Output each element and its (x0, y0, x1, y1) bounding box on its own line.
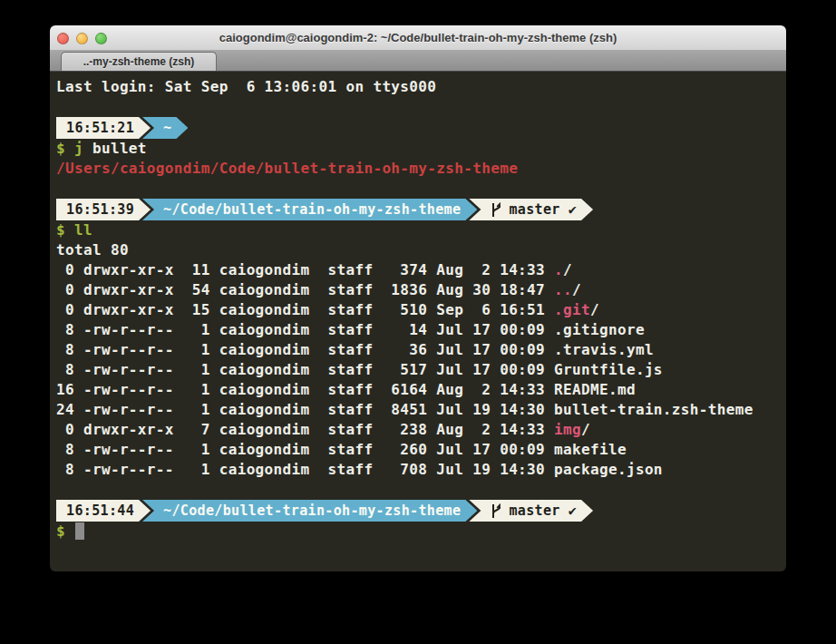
blank-line (56, 179, 781, 199)
file-name: bullet-train.zsh-theme (554, 401, 753, 418)
prompt-time-segment: 16:51:39 (56, 199, 151, 220)
zoom-button[interactable] (95, 33, 107, 44)
prompt-symbol: $ (56, 140, 74, 157)
ls-listing: 0 drwxr-xr-x 11 caiogondim staff 374 Aug… (56, 260, 781, 480)
file-meta: 8 -rw-r--r-- 1 caiogondim staff 14 Jul 1… (56, 321, 554, 338)
ls-row: 8 -rw-r--r-- 1 caiogondim staff 14 Jul 1… (56, 320, 781, 340)
file-name: img (554, 421, 581, 438)
blank-line (56, 480, 781, 500)
file-meta: 8 -rw-r--r-- 1 caiogondim staff 36 Jul 1… (56, 341, 554, 358)
command-text: j (74, 140, 83, 157)
prompt-git-segment: master✔ (465, 500, 593, 522)
git-clean-check-icon: ✔ (569, 200, 577, 220)
dir-slash: / (590, 301, 599, 318)
terminal-window: caiogondim@caiogondim-2: ~/Code/bullet-t… (50, 25, 786, 571)
prompt-symbol: $ (56, 522, 74, 540)
prompt-time: 16:51:21 (66, 118, 134, 138)
last-login-line: Last login: Sat Sep 6 13:06:01 on ttys00… (56, 77, 781, 97)
prompt-bar-2: 16:51:39 ~/Code/bullet-train-oh-my-zsh-t… (56, 199, 781, 220)
ls-row: 0 drwxr-xr-x 54 caiogondim staff 1836 Au… (56, 280, 781, 300)
prompt-time: 16:51:44 (66, 501, 134, 521)
ls-row: 16 -rw-r--r-- 1 caiogondim staff 6164 Au… (56, 380, 781, 400)
ls-total-line: total 80 (56, 240, 781, 260)
prompt-git-segment: master✔ (465, 199, 593, 220)
file-name: package.json (554, 461, 663, 478)
git-branch-name: master (509, 501, 559, 521)
ls-row: 8 -rw-r--r-- 1 caiogondim staff 260 Jul … (56, 440, 781, 460)
file-meta: 0 drwxr-xr-x 11 caiogondim staff 374 Aug… (56, 261, 554, 278)
file-name: .git (554, 301, 590, 318)
command-args: bullet (83, 140, 147, 157)
prompt-symbol: $ (56, 221, 74, 239)
prompt-path: ~/Code/bullet-train-oh-my-zsh-theme (163, 501, 461, 521)
window-title: caiogondim@caiogondim-2: ~/Code/bullet-t… (219, 31, 617, 44)
current-command-line[interactable]: $ (56, 522, 781, 542)
file-name: makefile (554, 441, 627, 458)
prompt-time-segment: 16:51:44 (56, 500, 151, 522)
file-meta: 8 -rw-r--r-- 1 caiogondim staff 708 Jul … (56, 461, 554, 478)
command-line: $ ll (56, 220, 781, 240)
terminal-screen[interactable]: Last login: Sat Sep 6 13:06:01 on ttys00… (50, 72, 786, 571)
ls-row: 24 -rw-r--r-- 1 caiogondim staff 8451 Ju… (56, 400, 781, 420)
git-branch-icon (490, 201, 503, 219)
ls-row: 8 -rw-r--r-- 1 caiogondim staff 708 Jul … (56, 460, 781, 480)
file-meta: 24 -rw-r--r-- 1 caiogondim staff 8451 Ju… (56, 401, 554, 418)
prompt-time-segment: 16:51:21 (56, 117, 151, 139)
cursor-block (75, 522, 84, 540)
tab-bar: ..-my-zsh-theme (zsh) (50, 51, 786, 72)
dir-slash: / (572, 281, 581, 298)
prompt-path: ~/Code/bullet-train-oh-my-zsh-theme (163, 200, 461, 220)
blank-line (56, 97, 781, 117)
dir-slash: / (581, 421, 590, 438)
file-name: Gruntfile.js (554, 361, 663, 378)
ls-row: 0 drwxr-xr-x 7 caiogondim staff 238 Aug … (56, 420, 781, 440)
prompt-bar-3: 16:51:44 ~/Code/bullet-train-oh-my-zsh-t… (56, 500, 781, 522)
file-meta: 0 drwxr-xr-x 54 caiogondim staff 1836 Au… (56, 281, 554, 298)
ls-row: 8 -rw-r--r-- 1 caiogondim staff 36 Jul 1… (56, 340, 781, 360)
prompt-path-segment: ~/Code/bullet-train-oh-my-zsh-theme (139, 199, 477, 220)
file-name: .gitignore (554, 321, 645, 338)
minimize-button[interactable] (76, 33, 88, 44)
prompt-path: ~ (163, 118, 171, 138)
file-name: .. (554, 281, 572, 298)
file-name: README.md (554, 381, 636, 398)
file-meta: 0 drwxr-xr-x 15 caiogondim staff 510 Sep… (56, 301, 554, 318)
prompt-bar-1: 16:51:21 ~ (56, 117, 781, 139)
git-branch-icon (490, 503, 503, 520)
command-text: ll (74, 221, 92, 239)
command-line: $ j bullet (56, 139, 781, 159)
file-name: .travis.yml (554, 341, 654, 358)
git-branch-name: master (509, 200, 559, 220)
terminal-tab[interactable]: ..-my-zsh-theme (zsh) (61, 52, 217, 71)
prompt-time: 16:51:39 (66, 200, 134, 220)
ls-row: 0 drwxr-xr-x 15 caiogondim staff 510 Sep… (56, 300, 781, 320)
output-line: /Users/caiogondim/Code/bullet-train-oh-m… (56, 159, 781, 179)
ls-row: 8 -rw-r--r-- 1 caiogondim staff 517 Jul … (56, 360, 781, 380)
ls-row: 0 drwxr-xr-x 11 caiogondim staff 374 Aug… (56, 260, 781, 280)
file-meta: 8 -rw-r--r-- 1 caiogondim staff 260 Jul … (56, 441, 554, 458)
tab-label: ..-my-zsh-theme (zsh) (83, 55, 195, 68)
git-clean-check-icon: ✔ (569, 501, 577, 521)
file-meta: 16 -rw-r--r-- 1 caiogondim staff 6164 Au… (56, 381, 554, 398)
file-meta: 0 drwxr-xr-x 7 caiogondim staff 238 Aug … (56, 421, 554, 438)
file-name: . (554, 261, 563, 278)
prompt-path-segment: ~/Code/bullet-train-oh-my-zsh-theme (139, 500, 477, 522)
titlebar[interactable]: caiogondim@caiogondim-2: ~/Code/bullet-t… (50, 25, 786, 51)
file-meta: 8 -rw-r--r-- 1 caiogondim staff 517 Jul … (56, 361, 554, 378)
close-button[interactable] (57, 33, 69, 44)
dir-slash: / (563, 261, 572, 278)
traffic-lights (57, 25, 107, 51)
